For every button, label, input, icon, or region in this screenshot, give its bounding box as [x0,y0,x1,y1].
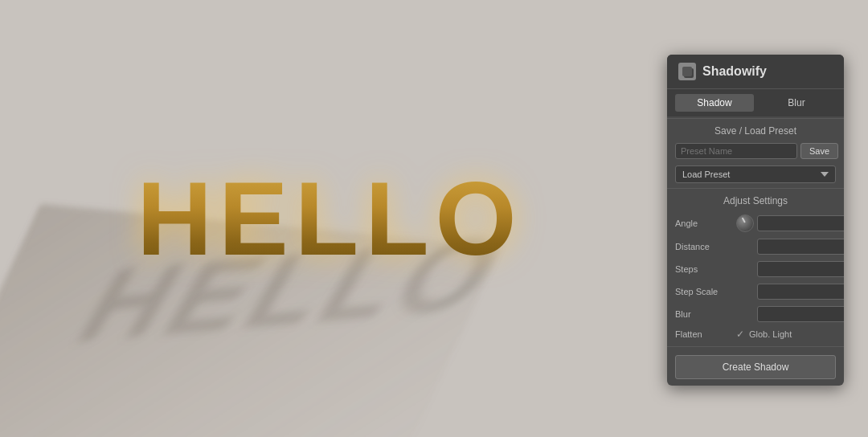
shadowify-icon [678,63,696,80]
angle-dial[interactable] [736,214,754,232]
divider-2 [667,188,844,189]
flatten-label: Flatten [675,329,733,339]
angle-row: Angle deg [675,211,836,235]
settings-area: Angle deg Distance Steps Step Scale Blur [667,210,844,345]
glob-light-checkmark: ✓ [736,329,744,340]
load-preset-row: Load Preset [667,162,844,186]
step-scale-input[interactable] [757,284,844,300]
glob-light-label: Glob. Light [749,329,792,339]
preset-name-input[interactable] [675,143,797,159]
steps-row: Steps [675,258,836,280]
step-scale-label: Step Scale [675,287,733,296]
divider-3 [667,346,844,347]
preset-section-label: Save / Load Preset [667,120,844,140]
tabs-container: Shadow Blur [667,89,844,116]
panel: Shadowify Shadow Blur Save / Load Preset… [667,55,844,386]
save-preset-button[interactable]: Save [800,143,838,159]
distance-input[interactable] [757,239,844,255]
angle-label: Angle [675,218,733,228]
distance-label: Distance [675,242,733,251]
adjust-settings-label: Adjust Settings [667,190,844,210]
panel-header: Shadowify [667,55,844,89]
tab-blur[interactable]: Blur [757,94,836,112]
hello-text: HELLO [137,158,523,279]
blur-label: Blur [675,309,733,319]
step-scale-row: Step Scale [675,280,836,303]
distance-row: Distance [675,235,836,258]
angle-input[interactable] [757,215,844,231]
blur-row: Blur px [675,303,836,325]
create-shadow-button[interactable]: Create Shadow [675,355,836,379]
flatten-row: Flatten ✓ Glob. Light [675,325,836,343]
blur-input[interactable] [757,306,844,322]
preset-name-row: Save [667,140,844,162]
load-preset-select[interactable]: Load Preset [675,165,836,183]
steps-input[interactable] [757,261,844,277]
steps-label: Steps [675,264,733,274]
tab-shadow[interactable]: Shadow [675,94,754,112]
divider-1 [667,118,844,119]
panel-title: Shadowify [702,64,767,79]
